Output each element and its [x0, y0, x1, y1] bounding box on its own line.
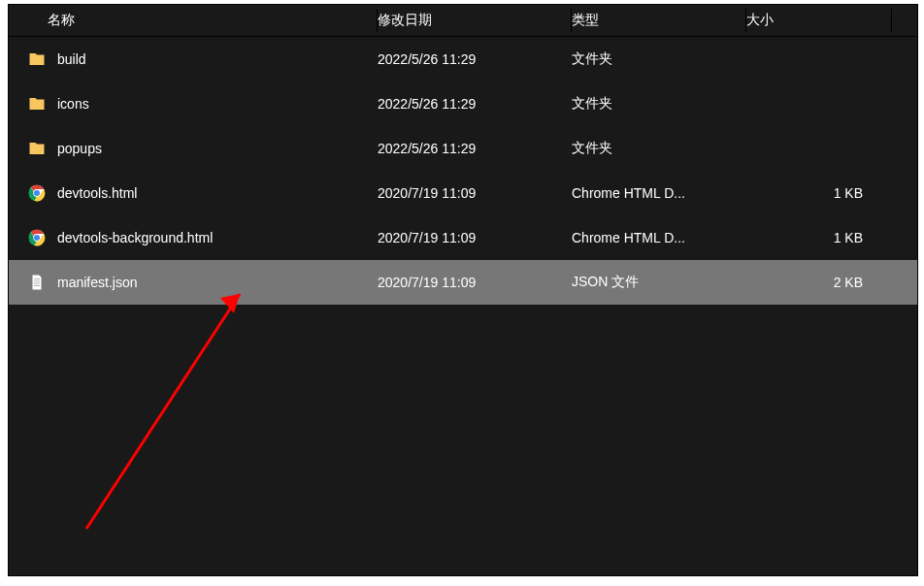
column-header-size[interactable]: 大小: [746, 5, 892, 36]
file-date: 2022/5/26 11:29: [378, 51, 476, 67]
file-row[interactable]: icons2022/5/26 11:29文件夹: [9, 81, 917, 126]
column-header-row: 名称 修改日期 类型 大小: [9, 5, 917, 37]
file-name: icons: [57, 96, 89, 112]
svg-line-6: [86, 294, 240, 529]
folder-icon: [28, 140, 46, 157]
column-header-date-label: 修改日期: [378, 12, 432, 29]
file-date: 2020/7/19 11:09: [378, 275, 476, 290]
file-type: Chrome HTML D...: [572, 230, 685, 245]
column-header-type-label: 类型: [572, 12, 599, 29]
column-header-date[interactable]: 修改日期: [378, 5, 572, 36]
file-type: 文件夹: [572, 50, 612, 68]
file-name: devtools.html: [57, 185, 137, 201]
file-row[interactable]: popups2022/5/26 11:29文件夹: [9, 126, 917, 171]
file-date: 2020/7/19 11:09: [378, 185, 476, 201]
file-row[interactable]: devtools.html2020/7/19 11:09Chrome HTML …: [9, 171, 917, 215]
file-date: 2022/5/26 11:29: [378, 141, 476, 156]
chrome-icon: [28, 229, 46, 246]
file-type: 文件夹: [572, 140, 612, 157]
document-icon: [28, 274, 46, 291]
folder-icon: [28, 95, 46, 113]
chrome-icon: [28, 184, 46, 202]
file-name: build: [57, 51, 86, 67]
file-type: 文件夹: [572, 95, 612, 113]
file-size: 1 KB: [834, 185, 863, 201]
file-name: devtools-background.html: [57, 230, 213, 245]
file-list: build2022/5/26 11:29文件夹icons2022/5/26 11…: [9, 37, 917, 305]
file-explorer-window: 名称 修改日期 类型 大小 build2022/5/26 11:29文件夹ico…: [8, 4, 918, 576]
annotation-arrow: [77, 286, 251, 538]
column-header-size-label: 大小: [746, 12, 774, 29]
svg-point-5: [34, 235, 40, 241]
column-header-type[interactable]: 类型: [572, 5, 746, 36]
folder-icon: [28, 50, 46, 68]
file-row[interactable]: build2022/5/26 11:29文件夹: [9, 37, 917, 81]
file-row[interactable]: manifest.json2020/7/19 11:09JSON 文件2 KB: [9, 260, 917, 305]
file-type: Chrome HTML D...: [572, 185, 685, 201]
file-date: 2020/7/19 11:09: [378, 230, 476, 245]
file-size: 1 KB: [834, 230, 863, 245]
file-row[interactable]: devtools-background.html2020/7/19 11:09C…: [9, 215, 917, 260]
file-name: popups: [57, 141, 102, 156]
column-header-name-label: 名称: [28, 12, 75, 29]
file-type: JSON 文件: [572, 274, 639, 291]
file-size: 2 KB: [834, 275, 863, 290]
file-name: manifest.json: [57, 275, 137, 290]
column-header-name[interactable]: 名称: [9, 5, 378, 36]
file-date: 2022/5/26 11:29: [378, 96, 476, 112]
svg-point-2: [34, 190, 40, 196]
